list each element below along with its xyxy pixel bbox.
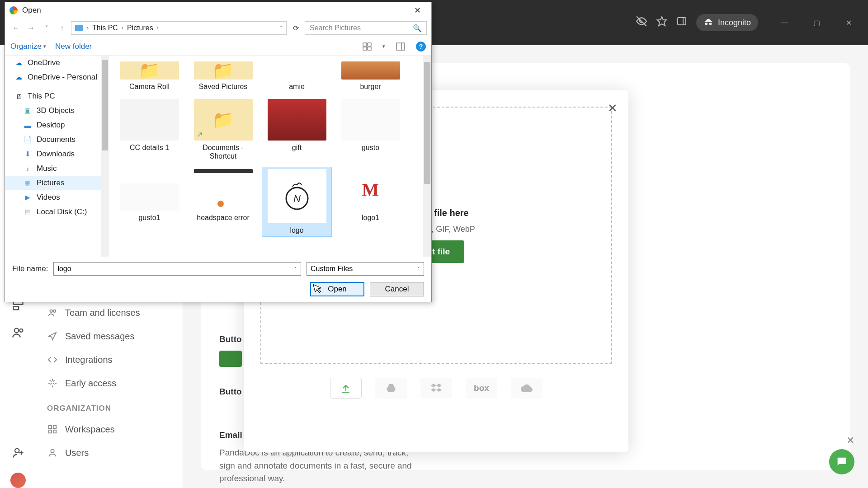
- onedrive-cloud-icon[interactable]: [511, 378, 542, 399]
- preview-pane-icon[interactable]: [394, 41, 407, 52]
- dialog-footer: File name: logo˅ Custom Files˅ Open Canc…: [5, 257, 431, 302]
- window-minimize[interactable]: —: [774, 15, 795, 30]
- google-drive-icon[interactable]: [375, 378, 407, 399]
- color-swatch-green[interactable]: [219, 351, 242, 367]
- chat-close-icon[interactable]: ✕: [846, 435, 854, 446]
- svg-point-10: [50, 310, 53, 313]
- user-avatar[interactable]: [10, 473, 26, 488]
- file-item[interactable]: 📁Saved Pictures: [188, 59, 258, 93]
- svg-text:N: N: [293, 193, 301, 204]
- dropbox-icon[interactable]: [420, 378, 452, 399]
- sidebar-label: Integrations: [65, 355, 113, 365]
- svg-rect-4: [13, 306, 19, 310]
- file-grid: 📁Camera Roll 📁Saved Pictures amie burger…: [109, 56, 431, 257]
- sidebar-item-early-access[interactable]: Early access: [36, 371, 183, 395]
- incognito-badge[interactable]: Incognito: [696, 14, 758, 31]
- svg-rect-1: [678, 18, 686, 25]
- sidebar-item-users[interactable]: Users: [36, 441, 183, 465]
- svg-rect-19: [368, 43, 371, 46]
- svg-point-7: [15, 449, 19, 453]
- svg-point-5: [14, 328, 18, 333]
- filename-input[interactable]: logo˅: [53, 262, 301, 276]
- help-text: PandaDoc is an application to create, se…: [219, 446, 414, 485]
- tree-pictures[interactable]: ▦Pictures: [5, 176, 109, 190]
- tree-scrollbar[interactable]: [101, 56, 109, 257]
- file-open-dialog: Open ✕ ← → ˅ ↑ › This PC › Pictures › ˅ …: [5, 2, 432, 302]
- file-item[interactable]: burger: [335, 59, 406, 93]
- sidebar-section-organization: ORGANIZATION: [36, 395, 183, 418]
- svg-rect-14: [49, 430, 52, 433]
- address-dropdown-icon[interactable]: ˅: [280, 25, 283, 31]
- nav-forward-icon[interactable]: →: [25, 22, 38, 34]
- sidebar-item-saved-messages[interactable]: Saved messages: [36, 324, 183, 348]
- tracking-hidden-icon[interactable]: [636, 15, 647, 30]
- nav-up-icon[interactable]: ↑: [56, 22, 68, 34]
- filename-label: File name:: [12, 264, 48, 273]
- upload-close-icon[interactable]: ✕: [608, 101, 618, 115]
- view-dropdown-icon[interactable]: ▾: [382, 43, 385, 49]
- dialog-help-icon[interactable]: ?: [416, 42, 426, 52]
- breadcrumb-pictures[interactable]: Pictures: [127, 24, 153, 32]
- upload-local-icon[interactable]: [330, 378, 362, 399]
- chrome-app-icon: [9, 6, 18, 14]
- filetype-select[interactable]: Custom Files˅: [307, 262, 424, 276]
- folder-tree: ☁OneDrive ☁OneDrive - Personal 🖥This PC …: [5, 56, 109, 257]
- sidebar-item-integrations[interactable]: Integrations: [36, 348, 183, 371]
- add-user-icon[interactable]: [11, 446, 25, 460]
- file-item[interactable]: 📁Camera Roll: [114, 59, 184, 93]
- sidebar-label: Team and licenses: [65, 308, 140, 318]
- user-icon: [47, 447, 58, 458]
- chat-bubble-button[interactable]: [829, 449, 854, 474]
- star-icon[interactable]: [656, 16, 667, 29]
- tree-desktop[interactable]: ▬Desktop: [5, 118, 109, 132]
- svg-point-11: [53, 310, 56, 313]
- breadcrumb-thispc[interactable]: This PC: [92, 24, 118, 32]
- tree-local-disk[interactable]: ▤Local Disk (C:): [5, 205, 109, 219]
- panel-icon[interactable]: [676, 16, 687, 29]
- sidebar-item-workspaces[interactable]: Workspaces: [36, 418, 183, 441]
- tree-downloads[interactable]: ⬇Downloads: [5, 147, 109, 161]
- file-item[interactable]: Mlogo1: [335, 167, 406, 237]
- window-maximize[interactable]: ▢: [806, 15, 827, 30]
- files-scrollbar[interactable]: [423, 56, 431, 257]
- nav-recent-dropdown[interactable]: ˅: [40, 22, 53, 34]
- dialog-close-button[interactable]: ✕: [408, 4, 427, 17]
- refresh-icon[interactable]: ⟳: [289, 22, 302, 34]
- window-close[interactable]: ✕: [838, 15, 859, 30]
- incognito-label: Incognito: [718, 18, 751, 28]
- svg-point-6: [19, 329, 23, 332]
- nav-back-icon[interactable]: ←: [9, 22, 22, 34]
- svg-rect-22: [396, 43, 405, 50]
- tree-music[interactable]: ♪Music: [5, 161, 109, 176]
- box-icon[interactable]: box: [466, 378, 497, 399]
- file-item[interactable]: gusto: [335, 97, 406, 163]
- file-item[interactable]: amie: [262, 59, 332, 93]
- tree-videos[interactable]: ▶Videos: [5, 190, 109, 205]
- rail-contacts-icon[interactable]: [11, 325, 25, 340]
- tree-onedrive-personal[interactable]: ☁OneDrive - Personal: [5, 70, 109, 84]
- dialog-titlebar: Open ✕: [5, 2, 431, 19]
- grid-icon: [47, 424, 58, 435]
- sidebar-item-team[interactable]: Team and licenses: [36, 301, 183, 324]
- file-item[interactable]: gusto1: [114, 167, 184, 237]
- sidebar-label: Workspaces: [65, 424, 115, 435]
- organize-menu[interactable]: Organize ▾: [10, 42, 46, 51]
- file-item[interactable]: headspace error: [188, 167, 258, 237]
- new-folder-button[interactable]: New folder: [55, 42, 92, 51]
- file-item[interactable]: gift: [262, 97, 332, 163]
- tree-thispc[interactable]: 🖥This PC: [5, 89, 109, 103]
- open-button[interactable]: Open: [310, 282, 364, 296]
- file-item-selected[interactable]: Nlogo: [262, 167, 332, 237]
- sidebar-label: Early access: [65, 378, 116, 389]
- tree-documents[interactable]: 📄Documents: [5, 132, 109, 147]
- tree-onedrive[interactable]: ☁OneDrive: [5, 56, 109, 70]
- search-input[interactable]: Search Pictures 🔍: [305, 21, 427, 35]
- code-icon: [47, 354, 58, 365]
- tree-3d-objects[interactable]: ▣3D Objects: [5, 103, 109, 118]
- file-item[interactable]: CC details 1: [114, 97, 184, 163]
- address-bar[interactable]: › This PC › Pictures › ˅: [71, 21, 287, 35]
- search-placeholder: Search Pictures: [310, 24, 361, 32]
- view-mode-icon[interactable]: [361, 41, 373, 52]
- file-item[interactable]: 📁↗Documents - Shortcut: [188, 97, 258, 163]
- cancel-button[interactable]: Cancel: [370, 282, 424, 296]
